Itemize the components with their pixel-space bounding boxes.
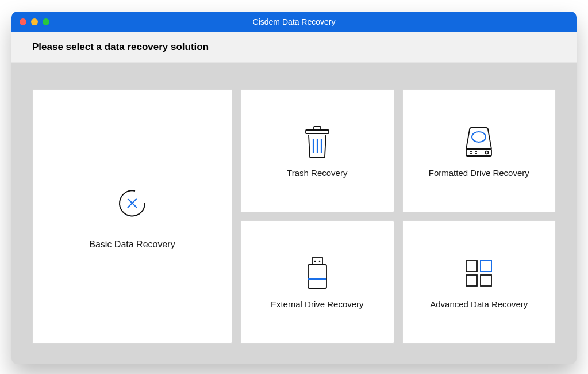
usb-icon xyxy=(305,255,330,291)
x-circle-icon xyxy=(116,183,149,223)
advanced-data-recovery-card[interactable]: Advanced Data Recovery xyxy=(402,220,556,344)
svg-point-8 xyxy=(472,132,486,142)
prompt-bar: Please select a data recovery solution xyxy=(11,32,577,63)
svg-rect-14 xyxy=(312,258,322,265)
svg-rect-21 xyxy=(466,275,477,286)
right-grid: Trash Recovery Formatted Drive Re xyxy=(240,89,556,344)
window-controls xyxy=(11,18,49,25)
svg-rect-22 xyxy=(481,275,491,286)
svg-rect-3 xyxy=(306,130,329,133)
card-label: Basic Data Recovery xyxy=(89,239,175,250)
basic-data-recovery-card[interactable]: Basic Data Recovery xyxy=(32,89,232,344)
content-area: Basic Data Recovery Trash Recovery xyxy=(11,63,577,364)
card-label: Formatted Drive Recovery xyxy=(429,168,529,178)
formatted-drive-recovery-card[interactable]: Formatted Drive Recovery xyxy=(402,89,556,212)
app-title: Cisdem Data Recovery xyxy=(11,17,577,26)
app-window: Cisdem Data Recovery Please select a dat… xyxy=(11,12,577,364)
card-label: Advanced Data Recovery xyxy=(430,299,528,309)
trash-recovery-card[interactable]: Trash Recovery xyxy=(240,89,394,212)
grid-squares-icon xyxy=(464,255,494,291)
titlebar: Cisdem Data Recovery xyxy=(11,12,577,32)
card-label: External Drive Recovery xyxy=(271,299,364,309)
svg-rect-19 xyxy=(466,261,477,272)
svg-point-13 xyxy=(486,151,489,154)
svg-rect-20 xyxy=(481,261,491,272)
svg-point-16 xyxy=(318,260,320,262)
maximize-window-button[interactable] xyxy=(43,18,49,25)
card-label: Trash Recovery xyxy=(287,168,347,178)
close-window-button[interactable] xyxy=(20,18,26,25)
left-column: Basic Data Recovery xyxy=(32,89,232,344)
svg-rect-7 xyxy=(466,149,491,156)
svg-rect-17 xyxy=(308,265,326,288)
minimize-window-button[interactable] xyxy=(31,18,38,25)
svg-point-15 xyxy=(314,260,316,262)
drive-icon xyxy=(463,124,495,160)
prompt-text: Please select a data recovery solution xyxy=(32,41,556,53)
trash-icon xyxy=(303,124,331,160)
external-drive-recovery-card[interactable]: External Drive Recovery xyxy=(240,220,394,344)
